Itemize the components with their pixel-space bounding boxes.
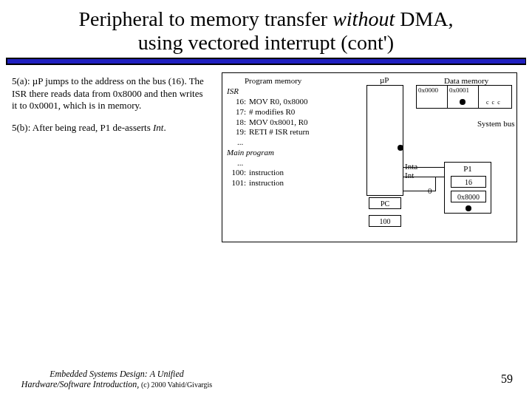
page-number: 59 — [501, 372, 513, 386]
program-memory: ISR 16:MOV R0, 0x8000 17:# modifies R0 1… — [227, 86, 310, 188]
isr-line: 16:MOV R0, 0x8000 — [227, 97, 310, 107]
dot-icon — [398, 145, 403, 151]
pc-box: PC — [369, 197, 401, 209]
dot-icon — [466, 205, 471, 211]
wire — [403, 191, 436, 191]
system-bus-label: System bus — [477, 119, 514, 128]
pc-value: 100 — [369, 215, 401, 227]
wire — [403, 177, 444, 177]
p1-value-16: 16 — [451, 176, 486, 188]
isr-line: 19:RETI # ISR return — [227, 127, 310, 137]
title-post: DMA, — [395, 7, 453, 30]
data-memory: 0x0000 0x0001 ccc — [416, 85, 512, 109]
title-pre: Peripheral to memory transfer — [78, 7, 332, 30]
footer-line2-em: Hardware/Software Introduction, — [21, 379, 140, 389]
main-label: Main program — [227, 148, 310, 158]
title-em: without — [332, 7, 395, 30]
main-line: 101:instruction — [227, 178, 310, 188]
wire — [403, 167, 444, 168]
footer-line2-rest: (c) 2000 Vahid/Givargis — [139, 381, 212, 389]
wire — [435, 177, 436, 191]
slide-title: Peripheral to memory transfer without DM… — [0, 0, 532, 56]
explain-5a: 5(a): µP jumps to the address on the bus… — [12, 75, 204, 112]
mem-cell-label: 0x0001 — [448, 86, 478, 95]
isr-label: ISR — [227, 86, 310, 97]
dot-icon — [460, 99, 466, 105]
ellipsis: ... — [227, 158, 310, 168]
int-label: Int — [405, 171, 417, 180]
mem-cell-label: 0x0000 — [417, 86, 447, 95]
main-line: 100:instruction — [227, 168, 310, 178]
footer-line1: Embedded Systems Design: A Unified — [50, 369, 184, 379]
diagram: Program memory ISR 16:MOV R0, 0x8000 17:… — [222, 72, 517, 242]
title-line2: using vectored interrupt (cont') — [138, 31, 394, 54]
title-rule — [6, 58, 526, 65]
explain-5b: 5(b): After being read, P1 de-asserts In… — [12, 122, 204, 134]
p1-value-addr: 0x8000 — [451, 191, 486, 202]
datamem-title: Data memory — [444, 76, 488, 85]
explanation-text: 5(a): µP jumps to the address on the bus… — [12, 75, 204, 134]
uP-box — [366, 85, 403, 196]
progmem-title: Program memory — [245, 76, 301, 85]
ellipsis: ... — [227, 137, 310, 148]
isr-line: 18:MOV 0x8001, R0 — [227, 117, 310, 128]
isr-line: 17:# modifies R0 — [227, 107, 310, 117]
p1-title: P1 — [445, 164, 491, 173]
uP-label: µP — [380, 75, 389, 84]
p1-box: P1 16 0x8000 — [444, 162, 491, 214]
ticks-icon: ccc — [486, 99, 500, 106]
footer-citation: Embedded Systems Design: A Unified Hardw… — [13, 369, 220, 390]
